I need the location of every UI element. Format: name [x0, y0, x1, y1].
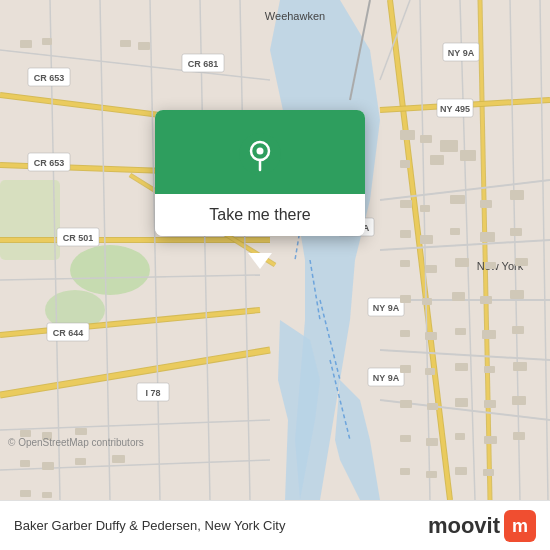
- svg-rect-137: [42, 492, 52, 498]
- moovit-text: moovit: [428, 513, 500, 539]
- svg-rect-10: [0, 180, 60, 260]
- svg-rect-103: [455, 328, 466, 335]
- svg-rect-135: [112, 455, 125, 463]
- svg-rect-94: [485, 262, 496, 269]
- svg-rect-124: [483, 469, 494, 476]
- svg-rect-119: [484, 436, 497, 444]
- svg-rect-107: [425, 368, 435, 375]
- svg-text:m: m: [512, 516, 528, 536]
- svg-rect-110: [513, 362, 527, 371]
- svg-rect-108: [455, 363, 468, 371]
- svg-rect-95: [515, 258, 528, 266]
- svg-rect-90: [510, 228, 522, 236]
- svg-rect-123: [455, 467, 467, 475]
- svg-rect-81: [400, 200, 412, 208]
- svg-text:NY 495: NY 495: [440, 104, 470, 114]
- take-me-there-button[interactable]: Take me there: [155, 194, 365, 236]
- svg-rect-89: [480, 232, 495, 242]
- map-attribution: © OpenStreetMap contributors: [8, 437, 144, 448]
- svg-text:CR 501: CR 501: [63, 233, 94, 243]
- popup-green-area: [155, 110, 365, 194]
- moovit-logo: moovit m: [428, 510, 536, 542]
- svg-rect-88: [450, 228, 460, 235]
- popup-pointer: [248, 253, 272, 269]
- svg-rect-125: [20, 40, 32, 48]
- svg-rect-86: [400, 230, 411, 238]
- svg-rect-121: [400, 468, 410, 475]
- svg-rect-75: [400, 130, 415, 140]
- svg-point-8: [70, 245, 150, 295]
- svg-rect-118: [455, 433, 465, 440]
- svg-text:NY 9A: NY 9A: [373, 373, 400, 383]
- map-container: CR 653 CR 681 CR 653 CR 501 CR 644 I 78 …: [0, 0, 550, 500]
- location-text: Baker Garber Duffy & Pedersen, New York …: [14, 518, 285, 533]
- svg-rect-93: [455, 258, 469, 267]
- svg-rect-128: [138, 42, 150, 50]
- svg-rect-105: [512, 326, 524, 334]
- svg-text:Weehawken: Weehawken: [265, 10, 325, 22]
- svg-rect-91: [400, 260, 410, 267]
- svg-text:CR 644: CR 644: [53, 328, 84, 338]
- svg-rect-134: [75, 458, 86, 465]
- map-svg: CR 653 CR 681 CR 653 CR 501 CR 644 I 78 …: [0, 0, 550, 500]
- svg-rect-116: [400, 435, 411, 442]
- svg-rect-113: [455, 398, 468, 407]
- svg-rect-133: [42, 462, 54, 470]
- svg-text:CR 681: CR 681: [188, 59, 219, 69]
- svg-rect-112: [427, 403, 438, 410]
- svg-rect-120: [513, 432, 525, 440]
- svg-rect-82: [420, 205, 430, 212]
- svg-point-140: [257, 148, 264, 155]
- svg-rect-99: [480, 296, 492, 304]
- svg-rect-98: [452, 292, 465, 301]
- svg-rect-80: [460, 150, 476, 161]
- svg-rect-111: [400, 400, 412, 408]
- svg-rect-131: [75, 428, 87, 435]
- svg-rect-104: [482, 330, 496, 339]
- svg-rect-100: [510, 290, 524, 299]
- svg-rect-106: [400, 365, 411, 373]
- bottom-bar: Baker Garber Duffy & Pedersen, New York …: [0, 500, 550, 550]
- svg-rect-101: [400, 330, 410, 337]
- svg-text:NY 9A: NY 9A: [448, 48, 475, 58]
- svg-rect-132: [20, 460, 30, 467]
- svg-rect-83: [450, 195, 465, 204]
- svg-rect-96: [400, 295, 411, 303]
- svg-rect-136: [20, 490, 31, 497]
- svg-rect-109: [484, 366, 495, 373]
- moovit-icon: m: [504, 510, 536, 542]
- svg-rect-92: [425, 265, 437, 273]
- svg-rect-129: [20, 430, 31, 437]
- svg-rect-117: [426, 438, 438, 446]
- svg-rect-127: [120, 40, 131, 47]
- svg-text:I 78: I 78: [145, 388, 160, 398]
- svg-rect-115: [512, 396, 526, 405]
- svg-rect-76: [420, 135, 432, 143]
- svg-rect-122: [426, 471, 437, 478]
- svg-rect-97: [422, 298, 432, 305]
- popup-card: Take me there: [155, 110, 365, 236]
- svg-rect-114: [484, 400, 496, 408]
- svg-rect-77: [440, 140, 458, 152]
- svg-rect-102: [425, 332, 437, 340]
- pin-icon: [238, 132, 282, 176]
- svg-rect-79: [430, 155, 444, 165]
- svg-text:CR 653: CR 653: [34, 73, 65, 83]
- svg-rect-84: [480, 200, 492, 208]
- svg-rect-85: [510, 190, 524, 200]
- svg-text:NY 9A: NY 9A: [373, 303, 400, 313]
- svg-rect-126: [42, 38, 52, 45]
- svg-text:CR 653: CR 653: [34, 158, 65, 168]
- svg-rect-87: [420, 235, 433, 244]
- svg-rect-78: [400, 160, 410, 168]
